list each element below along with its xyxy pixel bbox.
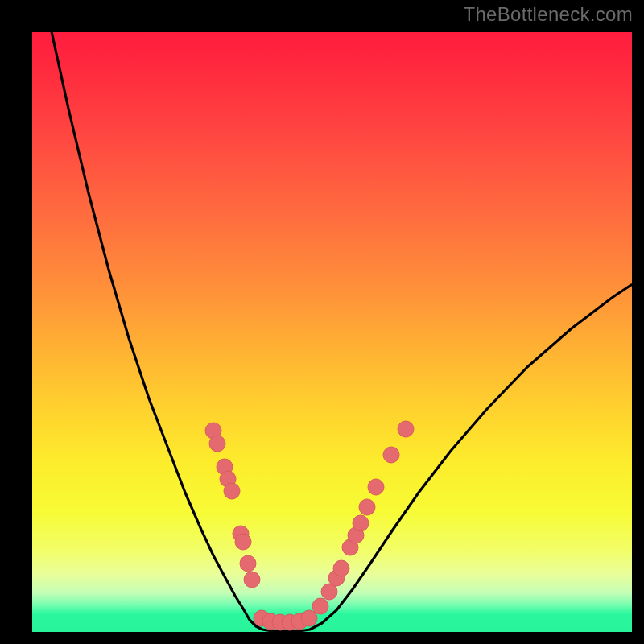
data-dot bbox=[240, 555, 256, 572]
bottleneck-curve bbox=[50, 24, 631, 631]
data-dot bbox=[209, 436, 225, 452]
data-dot bbox=[353, 515, 369, 531]
data-dot bbox=[224, 483, 240, 499]
data-dot bbox=[398, 421, 414, 437]
chart-frame: TheBottleneck.com bbox=[0, 0, 644, 644]
data-dot bbox=[359, 499, 375, 515]
watermark-text: TheBottleneck.com bbox=[463, 3, 633, 26]
data-dot bbox=[312, 598, 328, 614]
overlay-svg bbox=[32, 32, 632, 632]
data-dot bbox=[383, 447, 399, 463]
data-dot bbox=[368, 479, 384, 495]
data-dot bbox=[244, 572, 260, 588]
data-dot bbox=[301, 610, 317, 626]
data-dot bbox=[235, 534, 251, 550]
data-dot bbox=[333, 560, 349, 576]
